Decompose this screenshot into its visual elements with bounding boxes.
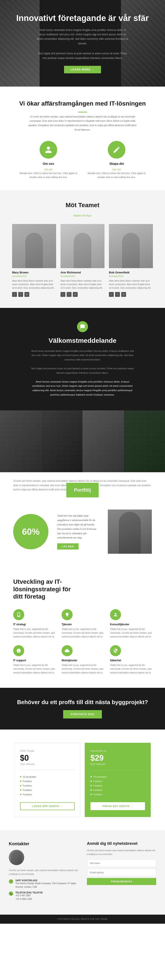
member-name-1: Mary Brown (12, 271, 56, 274)
read-more-button[interactable]: LÄS MER (57, 543, 79, 549)
strategy-title: Utveckling av IT-lösningsstrategi för di… (13, 578, 79, 600)
create-icon (113, 146, 121, 154)
strategy-icon-3 (110, 609, 121, 620)
social-icons-1: t f in (12, 292, 56, 297)
member-role-2: Grundare/Chef (61, 275, 105, 277)
newsletter-email-input[interactable] (87, 869, 156, 876)
card-link-2[interactable]: Läs mer (112, 168, 121, 171)
twitter-icon-1[interactable]: t (12, 292, 17, 297)
avatar-inner (11, 851, 22, 865)
instagram-icon-2[interactable]: in (73, 292, 78, 297)
contact-grid: Kontakter Ut enim ad minim veniam, quis … (9, 841, 156, 904)
silhouette-1 (25, 233, 43, 268)
twitter-icon-3[interactable]: t (109, 292, 114, 297)
member-name-2: Ann Richmond (61, 271, 105, 274)
contact-address-item: 📍 VART KONTORLAGE The Interior Design St… (9, 879, 78, 889)
newsletter-text: Ut enim ad minim veniam quis nostrud exe… (87, 849, 156, 856)
mobile-icon (16, 612, 21, 617)
feature-dot (90, 781, 92, 782)
business-card-1: Om oss Läs mer Sample text. Click to sel… (17, 141, 79, 179)
strategy-icon-2 (61, 609, 72, 620)
card-title-2: Skapa det (86, 162, 148, 165)
portfolio-image-2 (41, 410, 83, 472)
strategy-item-text-3: Totally free to you, supported by the co… (110, 627, 152, 638)
card-text-2: Sample text. Click to select the text bo… (86, 171, 148, 179)
strategy-item-2: Tjänster Totally free to you, supported … (61, 609, 104, 638)
strategy-item-title-5: Molntjänster (61, 659, 104, 662)
stat-image (108, 509, 152, 554)
portfolio-images: Portfölj (0, 410, 165, 472)
team-link[interactable]: Bläddra till frågor (73, 214, 91, 217)
team-members-list: Mary Brown Grundare/Chef Alam elirct hit… (9, 224, 156, 297)
member-photo-1 (12, 224, 56, 268)
contact-right: Anmäl dig till nyhetsbrevet Ut enim ad m… (87, 841, 156, 904)
pricing-period-personal: PER MÅNAD (90, 763, 145, 765)
team-member-1: Mary Brown Grundare/Chef Alam elirct hit… (12, 224, 56, 297)
member-role-3: Grundare/Chef (109, 275, 153, 277)
feature-personal-1: 19 produkter (90, 775, 145, 779)
pricing-btn-free[interactable]: Ladda upp gratis → (20, 802, 75, 810)
cloud-icon (65, 648, 69, 653)
support-icon (16, 648, 21, 653)
feature-dot (20, 781, 21, 782)
cta-section: Behöver du ett proffs till ditt nästa by… (0, 688, 165, 730)
message-icon (80, 324, 85, 329)
person-icon (113, 612, 118, 617)
feature-dot (90, 785, 92, 786)
newsletter-name-input[interactable] (87, 859, 156, 867)
team-member-2: Ann Richmond Grundare/Chef Alam elirct h… (61, 224, 105, 297)
facebook-icon-2[interactable]: f (67, 292, 71, 297)
strategy-icon-4 (13, 645, 24, 656)
team-section: Möt Teamet Bläddra till frågor Mary Brow… (0, 190, 165, 308)
pricing-btn-personal[interactable]: Prova det gratis → (90, 802, 145, 810)
contact-phone-block: TELEFON IDAG TELEFON +91 0 467 2987 +91 … (16, 891, 43, 901)
welcome-section: Välkomstmeddelande Amet luctus venenatis… (0, 308, 165, 410)
feature-dot (20, 785, 21, 786)
pricing-features-personal: 19 produkter Funktion Funktion Funktion … (90, 775, 145, 797)
strategy-item-1: IT strategi Totally free to you, support… (13, 609, 55, 638)
hero-cta-button[interactable]: LEARN MORE → (64, 66, 101, 73)
feature-dot (20, 776, 21, 778)
newsletter-subscribe-button[interactable]: PRENUMERERA (87, 878, 156, 885)
facebook-icon-1[interactable]: f (18, 292, 23, 297)
pricing-cards: För Team $0 PER MÅNAD 15 produkter Funkt… (9, 743, 156, 817)
member-text-1: Alam elirct hitunt libero molestie ante … (12, 279, 56, 290)
strategy-icon-5 (61, 645, 72, 656)
green-divider (78, 112, 87, 113)
instagram-icon-3[interactable]: in (121, 292, 126, 297)
bulb-icon (65, 612, 69, 617)
feature-free-2: Funktion (20, 779, 75, 783)
business-icon-2 (108, 141, 126, 159)
strategy-section: Utveckling av IT-lösningsstrategi för di… (0, 565, 165, 688)
address-label: VART KONTORLAGE (16, 879, 78, 882)
feature-free-5: Funktion (20, 792, 75, 797)
member-photo-3 (109, 224, 153, 268)
strategy-icon-6 (110, 645, 121, 656)
strategy-grid: IT strategi Totally free to you, support… (13, 609, 152, 675)
phone-icon: 📞 (9, 891, 13, 896)
social-icons-2: t f in (61, 292, 105, 297)
card-text-1: Sample text. Click to select the text bo… (17, 171, 79, 179)
social-icons-3: t f in (109, 292, 153, 297)
pricing-card-personal: Personlig $29 PER MÅNAD 19 produkter Fun… (85, 743, 151, 817)
member-name-3: Bob Greenfield (109, 271, 153, 274)
phone-label: TELEFON IDAG TELEFON (16, 891, 43, 894)
facebook-icon-3[interactable]: f (115, 292, 120, 297)
strategy-item-text-2: Totally free to you, supported by the co… (61, 627, 104, 638)
phone2-text: +91 0 2981 2326 (16, 897, 43, 901)
pricing-price-free: $0 (20, 753, 75, 763)
instagram-icon-1[interactable]: in (24, 292, 29, 297)
twitter-icon-2[interactable]: t (61, 292, 65, 297)
stat-circle: 60% (13, 514, 49, 549)
portfolio-image-1 (0, 410, 41, 472)
cta-button[interactable]: KONTAKTA OSS (63, 710, 102, 719)
feature-free-4: Funktion (20, 788, 75, 792)
card-link-1[interactable]: Läs mer (44, 168, 53, 171)
business-cards: Om oss Läs mer Sample text. Click to sel… (13, 141, 152, 179)
person-silhouette (119, 512, 141, 554)
welcome-text: Amet luctus venenatis lectus magna fring… (30, 349, 135, 362)
contact-desc: Ut enim ad minim veniam, quis nostrud ex… (9, 869, 78, 876)
hero-title: Innovativt företagande är vår sfär (16, 13, 149, 24)
strategy-item-text-1: Totally free to you, supported by the co… (13, 627, 55, 638)
cta-title: Behöver du ett proffs till ditt nästa by… (13, 699, 152, 706)
